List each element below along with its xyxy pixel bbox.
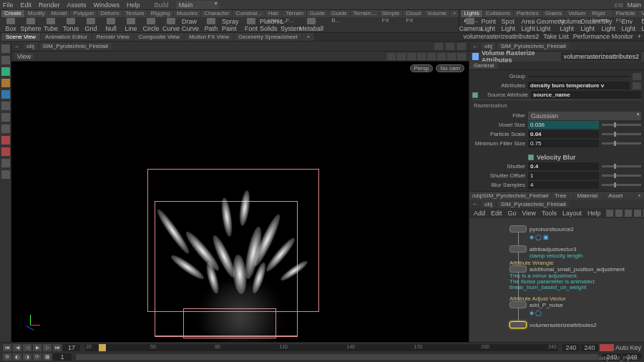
- panetab-motionfx[interactable]: Motion FX View: [185, 33, 233, 41]
- tool-gllight[interactable]: Gl Light: [641, 18, 644, 32]
- opt-icon[interactable]: ◐: [13, 353, 21, 361]
- panetab-right-3[interactable]: Performance Monitor: [573, 33, 633, 41]
- vp-ico[interactable]: [447, 53, 456, 60]
- node-name-field[interactable]: volumerasterizeattributes2: [561, 52, 641, 61]
- net-tab[interactable]: Asset Browser: [605, 192, 634, 200]
- tool-circle[interactable]: Circle: [142, 18, 160, 32]
- shelf-tab[interactable]: Constrai...: [233, 10, 264, 17]
- net-ico[interactable]: [615, 210, 623, 217]
- tool-pointlight[interactable]: Point Light: [481, 18, 499, 32]
- shelf-tab[interactable]: Rigid Bodies: [589, 10, 612, 17]
- path-node[interactable]: SIM_Pyrotechnic_Fireball: [40, 43, 111, 49]
- tool-tube[interactable]: Tube: [42, 18, 60, 32]
- vp-ico[interactable]: [457, 53, 466, 60]
- net-ico[interactable]: [634, 210, 641, 217]
- vp-ico[interactable]: [437, 53, 446, 60]
- net-tab[interactable]: /obj/SIM_Pyrotechnic_Fireball: [469, 192, 551, 200]
- net-tab[interactable]: Material Palette: [574, 192, 605, 200]
- panetab-animedit[interactable]: Animation Editor: [41, 33, 92, 41]
- shelf-tab[interactable]: Lights and...: [461, 10, 482, 17]
- shelf-tab[interactable]: Deform: [97, 10, 122, 17]
- persp-dropdown[interactable]: Persp: [410, 64, 434, 72]
- tool-misc3-icon[interactable]: [1, 147, 10, 156]
- voxel-slider[interactable]: [602, 124, 641, 126]
- node-flags[interactable]: ◈ ◯ ▣: [530, 234, 549, 240]
- tool-misc4-icon[interactable]: [1, 159, 10, 167]
- voxel-field[interactable]: 0.036: [528, 121, 599, 129]
- shelf-tab-add[interactable]: +: [450, 10, 459, 17]
- node-addpnoise[interactable]: add_P_noise: [509, 301, 563, 308]
- cam-dropdown[interactable]: No cam: [436, 64, 464, 72]
- tool-metaball[interactable]: Metaball: [302, 18, 321, 32]
- vp-ico[interactable]: [397, 53, 406, 60]
- shelf-tab[interactable]: Modify: [25, 10, 48, 17]
- vp-ico[interactable]: [417, 53, 426, 60]
- auto-label[interactable]: Auto: [615, 344, 629, 351]
- tool-line[interactable]: Line: [122, 18, 140, 32]
- tool-scale-icon[interactable]: [1, 90, 10, 99]
- srcattr-field[interactable]: source_name: [531, 91, 641, 99]
- frame-field[interactable]: 17: [63, 344, 80, 351]
- shelf-tab[interactable]: Polygon: [70, 10, 97, 17]
- tool-spotlight[interactable]: Spot Light: [501, 18, 519, 32]
- shutter-field[interactable]: 0.4: [528, 162, 599, 170]
- tool-snap-icon[interactable]: [1, 102, 10, 110]
- net-menu-add[interactable]: Add: [474, 210, 485, 217]
- cook-indicator-icon[interactable]: [600, 344, 614, 351]
- network-view[interactable]: pyroburstsource2 ◈ ◯ ▣ attribadjustvecto…: [469, 218, 644, 342]
- play-fwd-button[interactable]: ▶: [33, 344, 42, 351]
- path-opt-icon[interactable]: [434, 43, 443, 50]
- shoff-field[interactable]: 1: [528, 172, 599, 180]
- node-pyroburst[interactable]: pyroburstsource2: [509, 225, 574, 233]
- tool-geolight[interactable]: Geometry Light: [541, 18, 560, 32]
- panetab-add[interactable]: +: [303, 33, 315, 41]
- shelf-tab[interactable]: Terrain F...: [283, 10, 306, 17]
- panetab-right-1[interactable]: volumerasterizeattributes2: [464, 33, 540, 41]
- shelf-tab[interactable]: Character: [201, 10, 232, 17]
- shutter-slider[interactable]: [602, 165, 641, 167]
- vp-ico[interactable]: [387, 53, 396, 60]
- shelf-tab[interactable]: Terrain...: [351, 10, 379, 17]
- panetab-renderview[interactable]: Render View: [92, 33, 134, 41]
- shelf-tab[interactable]: Texture: [123, 10, 147, 17]
- panetab-right-add[interactable]: +: [638, 33, 641, 41]
- attributes-field[interactable]: density burn temperature v: [528, 82, 630, 89]
- node-volrasterize[interactable]: volumerasterizeattributes2: [509, 321, 597, 328]
- tool-misc1-icon[interactable]: [1, 124, 10, 133]
- tool-box[interactable]: Box: [1, 18, 20, 32]
- group-menu-icon[interactable]: [633, 73, 641, 80]
- shelf-tab[interactable]: Model: [49, 10, 70, 17]
- viewport-label[interactable]: View: [14, 53, 34, 60]
- prev-frame-button[interactable]: ◀: [13, 344, 21, 351]
- tool-torus[interactable]: Torus: [62, 18, 80, 32]
- next-frame-button[interactable]: ▷: [43, 344, 52, 351]
- shelf-tabs-left[interactable]: Create Modify Model Polygon Deform Textu…: [0, 10, 459, 17]
- menu-help[interactable]: Help: [127, 1, 140, 9]
- last-frame-button[interactable]: ⏭: [53, 344, 62, 351]
- tool-misc5-icon[interactable]: [1, 170, 10, 179]
- path-obj[interactable]: obj: [24, 43, 37, 49]
- vp-ico[interactable]: [407, 53, 416, 60]
- panetab-sceneview[interactable]: Scene View: [1, 33, 40, 41]
- path-opt3-icon[interactable]: [457, 43, 466, 50]
- tool-handle-icon[interactable]: [1, 56, 10, 64]
- group-field[interactable]: [528, 76, 630, 77]
- path-opt2-icon[interactable]: [446, 43, 454, 50]
- attr-menu-icon[interactable]: [633, 82, 641, 89]
- opt-icon[interactable]: ⟳: [33, 353, 42, 361]
- shelf-tab[interactable]: Guide P...: [307, 10, 328, 17]
- path-obj[interactable]: obj: [482, 201, 495, 207]
- key-button[interactable]: Key: [630, 344, 641, 351]
- shelf-tab[interactable]: Collisions: [483, 10, 513, 17]
- menu-render[interactable]: Render: [39, 1, 60, 9]
- play-rev-button[interactable]: ◁: [23, 344, 31, 351]
- shelf-tab[interactable]: Viscous Fl...: [638, 10, 644, 17]
- tool-sphere[interactable]: Sphere: [21, 18, 40, 32]
- path-back-icon[interactable]: ←: [14, 43, 21, 50]
- tool-misc2-icon[interactable]: [1, 136, 10, 145]
- net-tab[interactable]: Tree View: [552, 192, 573, 200]
- minfilt-slider[interactable]: [602, 142, 641, 145]
- path-back-icon[interactable]: ←: [472, 200, 479, 207]
- panetab-right-2[interactable]: Take List: [543, 33, 569, 41]
- timeline-track[interactable]: 20 50 80 110 140 170 200 240: [84, 344, 558, 351]
